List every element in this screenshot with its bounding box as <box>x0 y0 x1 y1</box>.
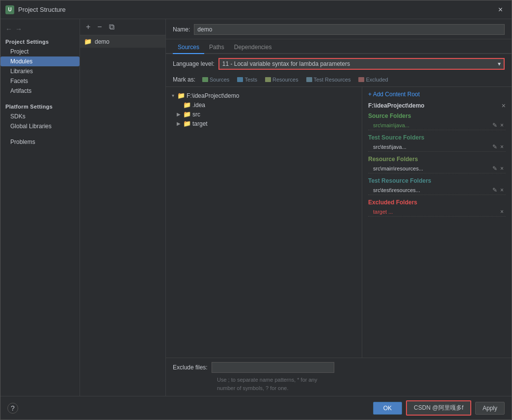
exclude-files-row: Exclude files: <box>173 362 505 373</box>
mark-as-resources[interactable]: Resources <box>262 76 301 84</box>
tab-dependencies[interactable]: Dependencies <box>229 41 277 54</box>
tests-badge-label: Tests <box>244 77 257 83</box>
name-input[interactable] <box>194 24 505 35</box>
excluded-folder-actions: × <box>500 208 504 215</box>
project-structure-dialog: U Project Structure × ← → Project Settin… <box>0 0 512 420</box>
test-resource-folder-remove-btn[interactable]: × <box>500 187 504 194</box>
apply-button[interactable]: Apply <box>475 402 505 415</box>
tree-item-root[interactable]: ▾ 📁 F:\ideaProject\demo <box>166 91 362 100</box>
source-folder-edit-btn[interactable]: ✎ <box>492 122 497 129</box>
module-toolbar: + − ⧉ <box>80 19 165 35</box>
tree-panel: ▾ 📁 F:\ideaProject\demo 📁 .idea ▶ 📁 <box>166 87 362 358</box>
language-level-wrapper: 11 - Local variable syntax for lambda pa… <box>218 58 505 70</box>
sidebar-item-sdks[interactable]: SDKs <box>0 112 80 121</box>
tests-badge-icon <box>237 77 243 82</box>
tree-folder-icon-src: 📁 <box>183 111 191 118</box>
mark-as-sources[interactable]: Sources <box>199 76 232 84</box>
excluded-folders-section: Excluded Folders target ... × <box>368 199 506 217</box>
close-button[interactable]: × <box>494 3 507 16</box>
sidebar-item-facets[interactable]: Facets <box>0 76 80 86</box>
cancel-button[interactable]: CSDN @阿里嘎多f <box>406 400 471 416</box>
tree-label-idea: .idea <box>192 102 205 109</box>
mark-as-tests[interactable]: Tests <box>234 76 260 84</box>
platform-settings-label: Platform Settings <box>0 102 80 112</box>
test-source-folder-actions: ✎ × <box>492 143 504 150</box>
excluded-badge-label: Excluded <box>366 77 388 83</box>
excluded-folder-remove-btn[interactable]: × <box>500 208 504 215</box>
footer-left: ? <box>7 403 18 414</box>
sidebar-item-project[interactable]: Project <box>0 47 80 56</box>
test-source-folder-path-row: src\test\java... ✎ × <box>368 142 506 152</box>
source-folder-path: src\main\java... <box>373 122 492 128</box>
sidebar-item-problems[interactable]: Problems <box>0 137 80 147</box>
sidebar-item-modules[interactable]: Modules <box>0 56 80 66</box>
source-folder-remove-btn[interactable]: × <box>500 122 504 129</box>
test-resource-folders-title: Test Resource Folders <box>368 177 506 184</box>
mark-as-test-resources[interactable]: Test Resources <box>303 76 354 84</box>
resource-folder-path-row: src\main\resources... ✎ × <box>368 164 506 173</box>
tree-item-src[interactable]: ▶ 📁 src <box>166 110 362 119</box>
test-source-folders-section: Test Source Folders src\test\java... ✎ × <box>368 134 506 152</box>
footer-right: OK CSDN @阿里嘎多f Apply <box>373 400 505 416</box>
mark-as-excluded[interactable]: Excluded <box>355 76 391 84</box>
tabs-row: Sources Paths Dependencies <box>166 39 512 54</box>
tree-arrow-root: ▾ <box>170 93 176 98</box>
ok-button[interactable]: OK <box>373 402 402 415</box>
add-content-root-btn[interactable]: + Add Content Root <box>368 91 506 98</box>
sidebar-item-libraries[interactable]: Libraries <box>0 66 80 76</box>
test-resource-folder-actions: ✎ × <box>492 187 504 194</box>
resource-folders-section: Resource Folders src\main\resources... ✎… <box>368 156 506 173</box>
info-panel: + Add Content Root F:\ideaProject\demo ×… <box>362 87 512 358</box>
test-source-folder-path: src\test\java... <box>373 144 492 150</box>
root-path-row: F:\ideaProject\demo × <box>368 102 506 110</box>
tree-arrow-src: ▶ <box>176 112 182 117</box>
module-item-demo[interactable]: 📁 demo <box>80 35 165 48</box>
tree-item-target[interactable]: ▶ 📁 target <box>166 119 362 128</box>
sidebar-item-artifacts[interactable]: Artifacts <box>0 86 80 96</box>
project-settings-label: Project Settings <box>0 37 80 47</box>
language-level-select[interactable]: 11 - Local variable syntax for lambda pa… <box>218 58 505 70</box>
add-module-button[interactable]: + <box>84 22 92 32</box>
language-level-row: Language level: 11 - Local variable synt… <box>166 54 512 74</box>
dialog-footer: ? OK CSDN @阿里嘎多f Apply <box>0 396 512 420</box>
excluded-badge-icon <box>358 77 364 82</box>
source-folder-actions: ✎ × <box>492 122 504 129</box>
sidebar-item-global-libraries[interactable]: Global Libraries <box>0 121 80 131</box>
resource-folder-edit-btn[interactable]: ✎ <box>492 165 497 172</box>
module-folder-icon: 📁 <box>84 38 92 45</box>
resource-folder-remove-btn[interactable]: × <box>500 165 504 172</box>
nav-forward-arrow[interactable]: → <box>15 25 22 33</box>
tree-label-target: target <box>192 120 208 127</box>
remove-module-button[interactable]: − <box>95 22 104 32</box>
test-resource-folder-path: src\test\resources... <box>373 187 492 193</box>
resource-folder-path: src\main\resources... <box>373 166 492 171</box>
module-list-panel: + − ⧉ 📁 demo <box>80 19 166 396</box>
resources-badge-icon <box>265 77 271 82</box>
test-resource-folder-path-row: src\test\resources... ✎ × <box>368 186 506 195</box>
tree-folder-icon-target: 📁 <box>183 120 191 127</box>
sources-badge-label: Sources <box>210 77 229 83</box>
tree-folder-icon-root: 📁 <box>177 92 185 99</box>
dialog-title: Project Structure <box>18 6 494 13</box>
mark-as-row: Mark as: Sources Tests Resources Test Re… <box>166 74 512 86</box>
tab-sources[interactable]: Sources <box>173 41 204 54</box>
help-button[interactable]: ? <box>7 403 18 414</box>
copy-module-button[interactable]: ⧉ <box>107 22 116 32</box>
tree-folder-icon-idea: 📁 <box>183 101 191 109</box>
source-folders-section: Source Folders src\main\java... ✎ × <box>368 112 506 130</box>
test-source-folder-edit-btn[interactable]: ✎ <box>492 143 497 150</box>
resource-folder-actions: ✎ × <box>492 165 504 172</box>
excluded-folder-path: target ... <box>373 209 500 215</box>
tab-paths[interactable]: Paths <box>204 41 229 54</box>
test-resource-folder-edit-btn[interactable]: ✎ <box>492 187 497 194</box>
excluded-folders-title: Excluded Folders <box>368 199 506 206</box>
sidebar: ← → Project Settings Project Modules Lib… <box>0 19 80 396</box>
nav-back-arrow[interactable]: ← <box>5 25 12 33</box>
sources-badge-icon <box>202 77 208 82</box>
tree-item-idea[interactable]: 📁 .idea <box>166 100 362 110</box>
exclude-files-input[interactable] <box>212 362 334 373</box>
language-level-label: Language level: <box>173 60 215 67</box>
root-path-close-btn[interactable]: × <box>502 102 506 110</box>
bottom-panel: Exclude files: Use ; to separate name pa… <box>166 358 512 396</box>
test-source-folder-remove-btn[interactable]: × <box>500 143 504 150</box>
